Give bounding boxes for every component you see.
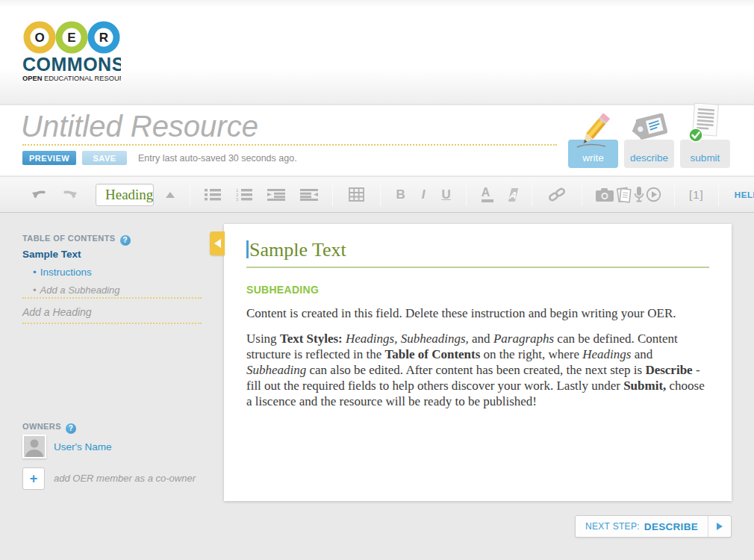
p2-text: on the right, where <box>480 347 582 361</box>
bullet-list-icon <box>205 188 221 201</box>
tab-submit[interactable]: submit <box>680 140 730 168</box>
pages-icon <box>616 186 632 204</box>
toc-help-icon[interactable]: ? <box>120 235 131 246</box>
bold-button[interactable]: B <box>387 187 413 202</box>
heading-rule <box>246 267 709 268</box>
outdent-icon <box>300 188 318 201</box>
insert-table-button[interactable] <box>340 187 373 202</box>
table-icon <box>349 187 364 202</box>
title-dotted-rule <box>22 144 557 146</box>
indent-icon <box>267 188 285 201</box>
p2-bold: Table of Contents <box>385 347 481 361</box>
p2-italic: Paragraphs <box>493 332 554 346</box>
pencil-icon <box>573 107 616 156</box>
p2-text: Using <box>246 332 280 346</box>
preview-button[interactable]: PREVIEW <box>22 151 76 165</box>
p2-italic: Headings <box>582 347 631 361</box>
resource-title-input[interactable] <box>21 110 543 143</box>
logo-wordmark: COMMONS <box>22 54 121 75</box>
arrow-right-icon <box>717 523 723 530</box>
text-style-value: Heading <box>105 187 153 203</box>
person-icon <box>24 436 45 457</box>
toolbar-separator <box>190 184 190 206</box>
link-button[interactable] <box>539 187 575 203</box>
workspace: TABLE OF CONTENTS? Sample Text Instructi… <box>0 214 754 560</box>
tab-write[interactable]: write <box>568 140 618 168</box>
outdent-button[interactable] <box>293 188 325 201</box>
toc-add-heading[interactable]: Add a Heading <box>22 306 92 318</box>
toc-item-sample-text[interactable]: Sample Text <box>22 249 81 260</box>
numbered-list-button[interactable]: 1 2 3 <box>228 188 260 201</box>
autosave-status: Entry last auto-saved 30 seconds ago. <box>138 153 297 164</box>
collapse-sidebar-button[interactable] <box>210 231 225 255</box>
next-step-button[interactable]: NEXT STEP: DESCRIBE <box>575 515 732 538</box>
tab-describe-label: describe <box>624 152 674 164</box>
camera-icon <box>595 187 614 202</box>
oer-commons-logo[interactable]: O E R COMMONS OPEN EDUCATIONAL RESOURCES <box>22 19 121 87</box>
editor-content-area[interactable]: Sample Text SUBHEADING Content is create… <box>224 224 732 501</box>
link-icon <box>548 187 566 203</box>
toc-item-instructions[interactable]: Instructions <box>33 267 92 278</box>
logo-letter-o: O <box>34 31 44 45</box>
next-step-prefix: NEXT STEP: <box>585 521 640 532</box>
toc-dotted-rule <box>22 297 202 299</box>
tab-describe[interactable]: describe <box>624 140 674 168</box>
font-color-button[interactable]: A <box>473 187 502 202</box>
document-heading[interactable]: Sample Text <box>246 239 709 261</box>
toc-item-add-subheading[interactable]: Add a Subheading <box>33 284 120 296</box>
tag-icon <box>627 110 672 144</box>
toolbar-separator <box>332 184 333 206</box>
indent-button[interactable] <box>260 188 293 201</box>
text-caret <box>246 240 249 258</box>
bullet-list-button[interactable] <box>197 188 228 201</box>
logo-tagline-bold: OPEN <box>22 75 43 82</box>
document-paragraph[interactable]: Using Text Styles: Headings, Subheadings… <box>246 331 709 409</box>
microphone-icon <box>634 186 644 204</box>
owner-name-link[interactable]: User's Name <box>54 441 112 452</box>
text-style-dropdown[interactable]: Heading <box>96 184 154 206</box>
toc-header: TABLE OF CONTENTS? <box>22 231 131 246</box>
avatar <box>22 435 46 458</box>
next-step-arrow-button[interactable] <box>708 516 731 537</box>
tab-write-label: write <box>568 152 618 164</box>
title-band: PREVIEW SAVE Entry last auto-saved 30 se… <box>0 105 754 175</box>
italic-button[interactable]: I <box>414 187 434 202</box>
toolbar-separator <box>532 184 532 206</box>
logo-letter-e: E <box>67 31 75 45</box>
footnote-button[interactable]: [1] <box>682 188 711 201</box>
save-button[interactable]: SAVE <box>82 151 127 165</box>
logo-tagline-rest: EDUCATIONAL RESOURCES <box>42 75 121 82</box>
oer-commons-logo-graphic: O E R COMMONS OPEN EDUCATIONAL RESOURCES <box>22 19 121 84</box>
undo-button[interactable] <box>31 187 49 202</box>
insert-media-button[interactable] <box>589 186 667 204</box>
svg-text:3: 3 <box>236 197 239 201</box>
p2-bold: Describe <box>645 363 692 377</box>
help-button[interactable]: HELP <box>726 190 754 199</box>
svg-text:OPEN EDUCATIONAL RESOURCES: OPEN EDUCATIONAL RESOURCES <box>22 75 121 82</box>
toc-dotted-rule <box>22 323 202 324</box>
chevron-left-icon <box>214 239 221 248</box>
owners-help-icon[interactable]: ? <box>66 423 76 434</box>
text-style-dropdown-arrow-icon[interactable] <box>166 192 175 198</box>
redo-icon <box>60 187 78 202</box>
document-paragraph[interactable]: Content is created in this field. Delete… <box>246 305 709 321</box>
add-coowner-label: add OER member as a co-owner <box>54 473 196 484</box>
toc-title: TABLE OF CONTENTS <box>22 234 116 243</box>
undo-icon <box>31 187 49 202</box>
p2-italic: Headings, Subheadings, <box>343 332 469 346</box>
p2-text: and <box>631 347 652 361</box>
next-step-action: DESCRIBE <box>644 521 698 532</box>
underline-button[interactable]: U <box>433 187 458 202</box>
p2-bold: Submit, <box>623 379 666 393</box>
owners-header: OWNERS? <box>22 419 76 434</box>
play-icon <box>646 187 661 202</box>
add-coowner-button[interactable]: + <box>22 467 45 490</box>
numbered-list-icon: 1 2 3 <box>236 188 252 201</box>
redo-button[interactable] <box>60 187 78 202</box>
p2-text: can also be edited. After content has be… <box>306 363 645 377</box>
toolbar-separator <box>582 184 582 206</box>
document-subheading[interactable]: SUBHEADING <box>246 284 709 296</box>
tab-submit-label: submit <box>680 152 730 164</box>
highlight-button[interactable]: A <box>508 188 518 202</box>
editor-toolbar: Heading 1 2 3 <box>0 176 754 213</box>
